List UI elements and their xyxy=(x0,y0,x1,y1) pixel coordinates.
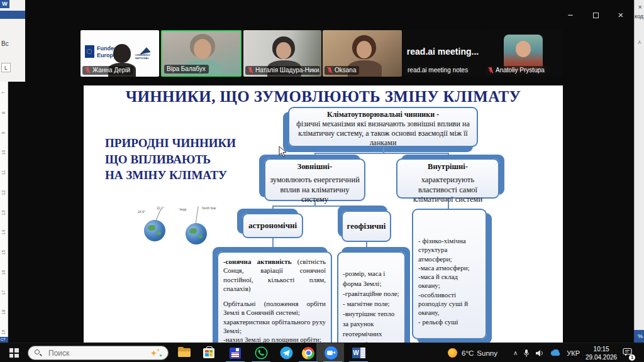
ruler-number: 12 xyxy=(1,190,6,195)
flowchart-box-geophysical-details: -розмір, маса і форма Землі; -гравітацій… xyxy=(337,251,406,343)
ruler-number: 11 xyxy=(2,170,6,175)
video-tile-vira-active-speaker[interactable]: Віра Балабух xyxy=(161,30,242,77)
search-highlights-icon[interactable]: ✦✦ xyxy=(150,349,162,358)
microphone-icon[interactable] xyxy=(523,349,530,358)
box-title: Внутрішні- xyxy=(401,162,494,172)
search-input[interactable] xyxy=(47,348,129,358)
word-icon: W xyxy=(352,348,365,358)
mouse-cursor-icon xyxy=(279,146,287,158)
video-tile-natalia[interactable]: Наталія Шадура-Ники... xyxy=(243,30,321,77)
taskbar-search[interactable]: ✦✦ xyxy=(28,346,169,360)
flowchart-box-internal-details: - фізико-хімічна структура атмосфери; -м… xyxy=(412,209,487,339)
background-window-right[interactable]: × код ∧ % xyxy=(634,0,644,343)
connector-line xyxy=(448,153,449,158)
ruler-number: 15 xyxy=(1,250,6,255)
box-title: геофізичні xyxy=(347,222,386,231)
flowchart-box-geophysical: геофізичні xyxy=(341,211,391,242)
file-explorer-icon xyxy=(178,348,191,358)
maximize-button[interactable] xyxy=(586,10,605,19)
video-tile-anatoliy[interactable]: Anatoliy Prystupa xyxy=(484,30,563,77)
taskbar-word[interactable]: W xyxy=(347,343,370,362)
participant-label: Наталія Шадура-Ники... xyxy=(245,66,320,75)
video-tile-oksana[interactable]: Oksana xyxy=(323,30,402,77)
close-button[interactable]: × xyxy=(611,10,630,19)
word-ribbon-text: Вс xyxy=(1,40,9,47)
word-zoom-fragment: % xyxy=(634,330,644,343)
solar-orbital: Орбітальні (положення орбіти Землі в Сон… xyxy=(223,299,326,343)
connector-line xyxy=(366,242,367,251)
onedrive-cloud-icon[interactable] xyxy=(550,349,561,356)
telegram-icon xyxy=(280,346,293,359)
participant-name: Наталія Шадура-Ники... xyxy=(255,67,320,74)
background-word-window[interactable]: W Вс L xyxy=(0,0,25,82)
participant-label: Жанна Дерій xyxy=(82,66,133,75)
taskbar-whatsapp[interactable] xyxy=(249,343,273,362)
search-icon xyxy=(35,349,42,357)
taskbar-file-explorer[interactable] xyxy=(172,343,196,362)
clock-time: 10:15 xyxy=(586,345,617,353)
connector-line xyxy=(314,153,316,158)
start-button[interactable] xyxy=(0,343,28,362)
video-tile-zhanna[interactable]: Funded by Europe CHERNIHIV NATIONAL Жанн… xyxy=(80,30,159,77)
ruler-number: 18 xyxy=(1,310,6,315)
clock-date: 29.04.2026 xyxy=(586,353,617,361)
participant-label: read.ai meeting notes xyxy=(405,66,471,75)
taskbar-clock[interactable]: 10:15 29.04.2026 xyxy=(586,345,617,361)
connector-line xyxy=(366,206,367,211)
tilt-angle-label: 24.5° xyxy=(138,210,145,214)
window-controls: − × xyxy=(561,8,630,21)
ruler-number: 8 xyxy=(2,111,6,114)
participant-name: Жанна Дерій xyxy=(92,67,130,74)
flowchart-box-astronomical: астрономічні xyxy=(242,213,303,238)
eu-flag-logo xyxy=(85,45,94,58)
muted-mic-icon xyxy=(327,67,333,74)
flowchart-box-climate-factors: Кліматоутворювальні чинники - фізичні ме… xyxy=(288,107,478,147)
language-indicator[interactable]: УКР xyxy=(567,349,580,357)
connector-line xyxy=(272,238,274,251)
video-tile-readai[interactable]: read.ai meeting... read.ai meeting notes xyxy=(403,30,482,77)
notification-center-button[interactable]: 1 xyxy=(623,348,632,359)
slide-left-heading: ПРИРОДНІ ЧИННИКИ ЩО ВПЛИВАЮТЬ НА ЗМІНУ К… xyxy=(105,135,236,184)
tray-chevron-icon[interactable]: ∧ xyxy=(513,349,518,356)
word-app-icon: W xyxy=(0,0,9,8)
whatsapp-icon xyxy=(255,346,268,359)
taskbar-weather[interactable]: 6°C Sunny xyxy=(448,343,497,362)
taskbar-telegram[interactable] xyxy=(274,343,298,362)
ruler-number: 9 xyxy=(2,131,6,134)
notification-count-badge: 1 xyxy=(629,354,635,361)
university-logo: CHERNIHIV NATIONAL xyxy=(135,48,154,64)
participant-name: Віра Балабух xyxy=(167,65,206,72)
participant-name: Oksana xyxy=(335,67,356,74)
word-titlebar-fragment xyxy=(0,11,25,19)
taskbar-microsoft-store[interactable] xyxy=(197,343,221,362)
participant-label: Anatoliy Prystupa xyxy=(486,66,548,75)
close-icon[interactable]: × xyxy=(638,4,642,11)
chrome-icon xyxy=(302,347,314,359)
ruler-number: 19 xyxy=(1,330,6,335)
speaker-icon[interactable] xyxy=(535,349,544,357)
flowchart-box-external: Зовнішні- зумовлюють енергетичний вплив … xyxy=(264,158,365,201)
participant-name: read.ai meeting notes xyxy=(408,67,468,74)
scroll-up-icon[interactable]: ∧ xyxy=(637,39,641,45)
system-tray: ∧ УКР 10:15 29.04.2026 xyxy=(513,343,632,362)
taskbar-zoom[interactable] xyxy=(319,343,343,362)
taskbar-save-app[interactable] xyxy=(223,343,247,362)
windows-logo-icon xyxy=(9,348,19,358)
earth-globe-diagram xyxy=(144,220,165,241)
minimize-button[interactable]: − xyxy=(561,10,580,19)
ruler-number: 14 xyxy=(1,230,6,235)
readai-display-name: read.ai meeting... xyxy=(403,47,482,57)
star-label: North Star xyxy=(202,206,216,210)
word-vertical-ruler: 7 8 9 10 11 12 13 14 15 16 17 18 19 xyxy=(0,82,8,338)
sunny-weather-icon xyxy=(448,348,457,358)
earth-globe-diagram xyxy=(186,223,207,244)
ruler-number: 17 xyxy=(1,290,6,295)
word-style-box: L xyxy=(1,63,11,72)
maximize-icon xyxy=(593,13,599,18)
muted-mic-icon xyxy=(488,67,494,74)
ruler-number: 7 xyxy=(2,92,6,94)
participant-label: Віра Балабух xyxy=(164,65,209,74)
desktop-screen: W Вс L 7 8 9 10 11 12 13 14 15 16 17 18 … xyxy=(0,0,644,362)
slide-title: ЧИННИКИ, ЩО ЗУМОВЛЮЮТЬ ЗМІНУ КЛІМАТУ xyxy=(84,88,563,106)
muted-mic-icon xyxy=(248,67,253,74)
